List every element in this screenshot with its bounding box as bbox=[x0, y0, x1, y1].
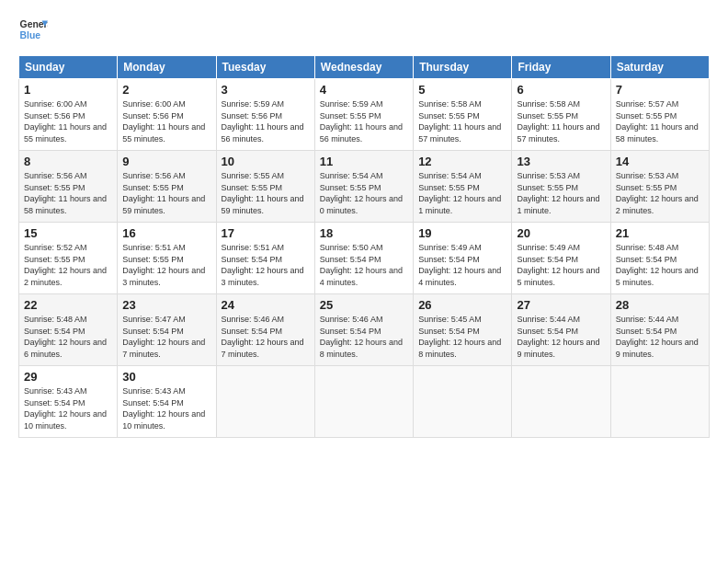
calendar-cell: 23Sunrise: 5:47 AMSunset: 5:54 PMDayligh… bbox=[118, 294, 216, 366]
calendar-cell: 5Sunrise: 5:58 AMSunset: 5:55 PMDaylight… bbox=[414, 79, 512, 151]
calendar-cell: 10Sunrise: 5:55 AMSunset: 5:55 PMDayligh… bbox=[216, 151, 314, 223]
calendar-cell: 8Sunrise: 5:56 AMSunset: 5:55 PMDaylight… bbox=[19, 151, 118, 223]
calendar-week-row: 1Sunrise: 6:00 AMSunset: 5:56 PMDaylight… bbox=[19, 79, 710, 151]
weekday-header: Sunday bbox=[19, 56, 118, 79]
calendar-cell: 25Sunrise: 5:46 AMSunset: 5:54 PMDayligh… bbox=[314, 294, 413, 366]
day-info: Sunrise: 5:59 AMSunset: 5:56 PMDaylight:… bbox=[222, 98, 310, 144]
calendar-cell: 27Sunrise: 5:44 AMSunset: 5:54 PMDayligh… bbox=[512, 294, 610, 366]
svg-text:Blue: Blue bbox=[20, 30, 41, 40]
header: General Blue bbox=[18, 15, 710, 44]
calendar-cell: 22Sunrise: 5:48 AMSunset: 5:54 PMDayligh… bbox=[19, 294, 118, 366]
calendar-cell: 2Sunrise: 6:00 AMSunset: 5:56 PMDaylight… bbox=[118, 79, 216, 151]
day-number: 22 bbox=[24, 298, 112, 312]
calendar-cell: 6Sunrise: 5:58 AMSunset: 5:55 PMDaylight… bbox=[512, 79, 610, 151]
calendar-cell: 12Sunrise: 5:54 AMSunset: 5:55 PMDayligh… bbox=[414, 151, 512, 223]
calendar-cell: 11Sunrise: 5:54 AMSunset: 5:55 PMDayligh… bbox=[314, 151, 413, 223]
day-info: Sunrise: 5:47 AMSunset: 5:54 PMDaylight:… bbox=[122, 314, 210, 360]
day-number: 25 bbox=[320, 298, 408, 312]
day-number: 28 bbox=[616, 298, 704, 312]
day-info: Sunrise: 5:55 AMSunset: 5:55 PMDaylight:… bbox=[222, 170, 310, 216]
calendar-cell: 21Sunrise: 5:48 AMSunset: 5:54 PMDayligh… bbox=[610, 223, 709, 294]
day-number: 19 bbox=[418, 226, 506, 240]
calendar-cell: 14Sunrise: 5:53 AMSunset: 5:55 PMDayligh… bbox=[610, 151, 709, 223]
calendar-week-row: 22Sunrise: 5:48 AMSunset: 5:54 PMDayligh… bbox=[19, 294, 710, 366]
calendar-cell: 18Sunrise: 5:50 AMSunset: 5:54 PMDayligh… bbox=[314, 223, 413, 294]
calendar-cell: 9Sunrise: 5:56 AMSunset: 5:55 PMDaylight… bbox=[118, 151, 216, 223]
calendar-cell: 13Sunrise: 5:53 AMSunset: 5:55 PMDayligh… bbox=[512, 151, 610, 223]
calendar-cell bbox=[314, 366, 413, 438]
day-info: Sunrise: 5:48 AMSunset: 5:54 PMDaylight:… bbox=[616, 242, 704, 288]
day-info: Sunrise: 5:48 AMSunset: 5:54 PMDaylight:… bbox=[24, 314, 112, 360]
calendar-cell bbox=[610, 366, 709, 438]
calendar-week-row: 15Sunrise: 5:52 AMSunset: 5:55 PMDayligh… bbox=[19, 223, 710, 294]
calendar-cell bbox=[216, 366, 314, 438]
day-number: 17 bbox=[222, 226, 310, 240]
calendar-cell: 28Sunrise: 5:44 AMSunset: 5:54 PMDayligh… bbox=[610, 294, 709, 366]
day-info: Sunrise: 5:50 AMSunset: 5:54 PMDaylight:… bbox=[320, 242, 408, 288]
calendar-cell bbox=[512, 366, 610, 438]
day-number: 5 bbox=[418, 83, 506, 97]
weekday-header: Thursday bbox=[414, 56, 512, 79]
day-number: 15 bbox=[24, 226, 112, 240]
day-number: 29 bbox=[24, 370, 112, 384]
day-info: Sunrise: 5:45 AMSunset: 5:54 PMDaylight:… bbox=[418, 314, 506, 360]
day-info: Sunrise: 5:43 AMSunset: 5:54 PMDaylight:… bbox=[24, 385, 112, 431]
day-number: 26 bbox=[418, 298, 506, 312]
day-info: Sunrise: 5:58 AMSunset: 5:55 PMDaylight:… bbox=[517, 98, 605, 144]
day-number: 21 bbox=[616, 226, 704, 240]
logo-icon: General Blue bbox=[18, 15, 48, 44]
day-info: Sunrise: 5:59 AMSunset: 5:55 PMDaylight:… bbox=[320, 98, 408, 144]
calendar-cell: 1Sunrise: 6:00 AMSunset: 5:56 PMDaylight… bbox=[19, 79, 118, 151]
day-info: Sunrise: 5:51 AMSunset: 5:55 PMDaylight:… bbox=[122, 242, 210, 288]
weekday-header: Friday bbox=[512, 56, 610, 79]
weekday-header: Wednesday bbox=[314, 56, 413, 79]
calendar-cell: 19Sunrise: 5:49 AMSunset: 5:54 PMDayligh… bbox=[414, 223, 512, 294]
calendar-cell: 3Sunrise: 5:59 AMSunset: 5:56 PMDaylight… bbox=[216, 79, 314, 151]
day-number: 30 bbox=[122, 370, 210, 384]
day-number: 9 bbox=[122, 155, 210, 168]
calendar-table: SundayMondayTuesdayWednesdayThursdayFrid… bbox=[18, 55, 710, 438]
day-number: 27 bbox=[517, 298, 605, 312]
day-info: Sunrise: 5:43 AMSunset: 5:54 PMDaylight:… bbox=[122, 385, 210, 431]
day-number: 10 bbox=[222, 155, 310, 168]
calendar-week-row: 29Sunrise: 5:43 AMSunset: 5:54 PMDayligh… bbox=[19, 366, 710, 438]
day-number: 16 bbox=[122, 226, 210, 240]
day-number: 1 bbox=[24, 83, 112, 97]
calendar-cell: 26Sunrise: 5:45 AMSunset: 5:54 PMDayligh… bbox=[414, 294, 512, 366]
calendar-cell: 7Sunrise: 5:57 AMSunset: 5:55 PMDaylight… bbox=[610, 79, 709, 151]
day-number: 18 bbox=[320, 226, 408, 240]
calendar-cell: 15Sunrise: 5:52 AMSunset: 5:55 PMDayligh… bbox=[19, 223, 118, 294]
page-container: General Blue SundayMondayTuesdayWednesda… bbox=[0, 0, 728, 447]
day-number: 24 bbox=[222, 298, 310, 312]
logo: General Blue bbox=[18, 15, 48, 44]
day-info: Sunrise: 5:54 AMSunset: 5:55 PMDaylight:… bbox=[320, 170, 408, 216]
day-number: 13 bbox=[517, 155, 605, 168]
day-info: Sunrise: 6:00 AMSunset: 5:56 PMDaylight:… bbox=[24, 98, 112, 144]
day-number: 4 bbox=[320, 83, 408, 97]
day-number: 6 bbox=[517, 83, 605, 97]
day-number: 3 bbox=[222, 83, 310, 97]
day-info: Sunrise: 5:49 AMSunset: 5:54 PMDaylight:… bbox=[418, 242, 506, 288]
day-info: Sunrise: 5:49 AMSunset: 5:54 PMDaylight:… bbox=[517, 242, 605, 288]
day-number: 14 bbox=[616, 155, 704, 168]
day-info: Sunrise: 5:57 AMSunset: 5:55 PMDaylight:… bbox=[616, 98, 704, 144]
calendar-header-row: SundayMondayTuesdayWednesdayThursdayFrid… bbox=[19, 56, 710, 79]
calendar-cell: 24Sunrise: 5:46 AMSunset: 5:54 PMDayligh… bbox=[216, 294, 314, 366]
day-info: Sunrise: 5:46 AMSunset: 5:54 PMDaylight:… bbox=[222, 314, 310, 360]
day-number: 20 bbox=[517, 226, 605, 240]
day-number: 2 bbox=[122, 83, 210, 97]
weekday-header: Monday bbox=[118, 56, 216, 79]
calendar-cell: 29Sunrise: 5:43 AMSunset: 5:54 PMDayligh… bbox=[19, 366, 118, 438]
day-info: Sunrise: 5:56 AMSunset: 5:55 PMDaylight:… bbox=[24, 170, 112, 216]
weekday-header: Tuesday bbox=[216, 56, 314, 79]
calendar-cell: 30Sunrise: 5:43 AMSunset: 5:54 PMDayligh… bbox=[118, 366, 216, 438]
day-number: 23 bbox=[122, 298, 210, 312]
day-info: Sunrise: 5:58 AMSunset: 5:55 PMDaylight:… bbox=[418, 98, 506, 144]
day-info: Sunrise: 5:44 AMSunset: 5:54 PMDaylight:… bbox=[616, 314, 704, 360]
day-number: 11 bbox=[320, 155, 408, 168]
day-info: Sunrise: 5:54 AMSunset: 5:55 PMDaylight:… bbox=[418, 170, 506, 216]
day-number: 12 bbox=[418, 155, 506, 168]
day-number: 8 bbox=[24, 155, 112, 168]
calendar-cell: 4Sunrise: 5:59 AMSunset: 5:55 PMDaylight… bbox=[314, 79, 413, 151]
weekday-header: Saturday bbox=[610, 56, 709, 79]
